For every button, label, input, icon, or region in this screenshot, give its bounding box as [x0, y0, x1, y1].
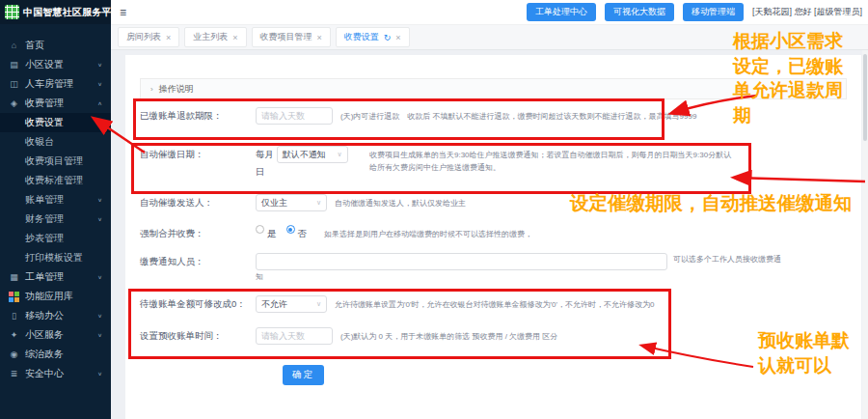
radio-yes[interactable] — [256, 225, 264, 234]
confirm-button[interactable]: 确定 — [283, 365, 324, 385]
chevron-down-icon: ∨ — [316, 300, 321, 308]
section-arrow-icon: › — [150, 85, 153, 94]
sidebar-item-fee-management[interactable]: ◈收费管理∧ — [0, 94, 111, 113]
settings-card: ›操作说明 已缴账单退款期限： (天)内可进行退款 收款后 不填默认不能进行退款… — [125, 55, 861, 419]
zero-modify-help: 允许待缴账单设置为'0'时，允许在收银台对待缴账单金额修改为'0'，不允许时，不… — [335, 295, 861, 311]
notify-staff-input[interactable] — [256, 253, 667, 270]
workorder-center-button[interactable]: 工单处理中心 — [527, 3, 596, 21]
people-icon: ◫ — [8, 79, 20, 89]
chevron-down-icon: ∨ — [97, 81, 102, 87]
zero-modify-label: 待缴账单金额可修改成0： — [140, 295, 256, 313]
topbar-right: 工单处理中心 可视化大数据 移动管理端 [天鹅花园] 您好 [超级管理员] — [527, 3, 868, 21]
fee-icon: ◈ — [8, 98, 20, 108]
chevron-down-icon: ∨ — [97, 332, 102, 338]
sidebar-item-cashier[interactable]: 收银台 — [0, 132, 111, 152]
tab-fee-project-management[interactable]: 收费项目管理× — [252, 27, 331, 47]
vertical-scrollbar[interactable] — [862, 50, 868, 419]
remind-sender-select[interactable]: 仅业主∨ — [256, 194, 327, 211]
chevron-down-icon: ∨ — [97, 216, 102, 222]
refund-period-label: 已缴账单退款期限： — [140, 107, 256, 125]
chevron-down-icon: ∨ — [97, 197, 102, 203]
sidebar-item-finance-management[interactable]: 财务管理∨ — [0, 210, 111, 229]
advance-bill-help: (天)默认为 0 天，用于未缴账单的筛选 预收费用 / 欠缴费用 区分 — [340, 327, 861, 343]
content-area: ›操作说明 已缴账单退款期限： (天)内可进行退款 收款后 不填默认不能进行退款… — [111, 50, 868, 419]
topbar: ≡ 工单处理中心 可视化大数据 移动管理端 [天鹅花园] 您好 [超级管理员] — [111, 0, 868, 25]
force-merge-row: 强制合并收费： 是 否 如果选择是则用户在移动端缴费的时候不可以选择性的缴费， — [140, 225, 861, 242]
sidebar-item-fee-settings[interactable]: 收费设置 — [0, 113, 111, 132]
sidebar-item-workorder-management[interactable]: ▦工单管理∨ — [0, 267, 111, 287]
mobile-icon: ▯ — [8, 311, 20, 321]
close-icon[interactable]: × — [317, 33, 322, 42]
mobile-admin-button[interactable]: 移动管理端 — [683, 3, 744, 21]
chevron-down-icon: ∨ — [97, 62, 102, 68]
app-logo: 中国智慧社区服务平台 — [0, 0, 111, 24]
chevron-down-icon: ∨ — [97, 274, 102, 280]
home-icon: ⌂ — [8, 41, 20, 50]
advance-bill-label: 设置预收账单时间： — [140, 327, 256, 345]
big-data-visualization-button[interactable]: 可视化大数据 — [605, 3, 674, 21]
tab-owner-list[interactable]: 业主列表× — [184, 27, 246, 47]
sidebar-item-community-settings[interactable]: ▤小区设置∨ — [0, 55, 111, 74]
logo-icon — [5, 5, 19, 19]
tab-bar: 房间列表× 业主列表× 收费项目管理× 收费设置↻× — [111, 25, 868, 50]
gov-icon: ◉ — [8, 349, 20, 359]
sidebar-item-mobile-office[interactable]: ▯移动办公∨ — [0, 306, 111, 325]
remind-sender-label: 自动催缴发送人： — [140, 194, 256, 211]
logo-text: 中国智慧社区服务平台 — [23, 6, 122, 19]
notify-staff-label: 缴费通知人员： — [140, 253, 256, 270]
close-icon[interactable]: × — [232, 33, 237, 42]
refund-period-row: 已缴账单退款期限： (天)内可进行退款 收款后 不填默认不能进行退款，缴费时间超… — [140, 107, 861, 125]
sidebar-nav: ⌂首页 ▤小区设置∨ ◫人车房管理∨ ◈收费管理∧ 收费设置 收银台 收费项目管… — [0, 24, 111, 383]
close-icon[interactable]: × — [395, 33, 400, 42]
user-info[interactable]: [天鹅花园] 您好 [超级管理员] — [752, 6, 862, 18]
refund-period-input[interactable] — [256, 107, 333, 125]
sidebar-item-community-service[interactable]: ✦小区服务∨ — [0, 325, 111, 345]
advance-bill-row: 设置预收账单时间： (天)默认为 0 天，用于未缴账单的筛选 预收费用 / 欠缴… — [140, 327, 861, 345]
remind-date-suffix: 日 — [256, 165, 362, 178]
community-icon: ▤ — [8, 60, 20, 70]
sidebar-item-home[interactable]: ⌂首页 — [0, 36, 111, 55]
zero-modify-row: 待缴账单金额可修改成0： 不允许∨ 允许待缴账单设置为'0'时，允许在收银台对待… — [140, 295, 861, 313]
sidebar-item-security-center[interactable]: ≣安全中心∨ — [0, 364, 111, 383]
remind-date-prefix: 每月 — [256, 149, 274, 159]
sidebar-item-people-vehicle-house[interactable]: ◫人车房管理∨ — [0, 74, 111, 94]
radio-no-label[interactable]: 否 — [298, 225, 308, 242]
sidebar-item-print-template[interactable]: 打印模板设置 — [0, 248, 111, 267]
chevron-down-icon: ∨ — [316, 199, 321, 207]
zero-modify-select[interactable]: 不允许∨ — [256, 295, 327, 313]
workorder-icon: ▦ — [8, 272, 20, 282]
remind-sender-row: 自动催缴发送人： 仅业主∨ 自动催缴通知发送人，默认仅发给业主 — [140, 194, 861, 211]
apps-icon — [9, 292, 19, 302]
sidebar-item-meter-reading[interactable]: 抄表管理 — [0, 229, 111, 248]
remind-date-label: 自动催缴日期： — [140, 146, 256, 163]
notify-staff-row: 缴费通知人员： 可以选多个工作人员接收缴费通知 — [140, 253, 861, 283]
sidebar: 中国智慧社区服务平台 ⌂首页 ▤小区设置∨ ◫人车房管理∨ ◈收费管理∧ 收费设… — [0, 0, 111, 419]
advance-bill-input[interactable] — [256, 327, 333, 345]
scrollbar-thumb[interactable] — [863, 54, 867, 141]
sidebar-item-app-library[interactable]: 功能应用库 — [0, 287, 111, 306]
chevron-down-icon: ∨ — [97, 371, 102, 377]
refund-period-help: (天)内可进行退款 收款后 不填默认不能进行退款，缴费时间超过该天数则不能进行退… — [340, 107, 861, 123]
sidebar-item-governance[interactable]: ◉综治政务 — [0, 345, 111, 364]
tab-room-list[interactable]: 房间列表× — [118, 27, 179, 47]
radio-yes-label[interactable]: 是 — [267, 225, 277, 242]
force-merge-help: 如果选择是则用户在移动端缴费的时候不可以选择性的缴费， — [324, 225, 861, 240]
remind-date-controls: 每月 默认不通知∨ 日 — [256, 146, 362, 178]
sidebar-item-fee-standard-management[interactable]: 收费标准管理 — [0, 171, 111, 190]
tab-fee-settings[interactable]: 收费设置↻× — [336, 27, 410, 47]
remind-sender-help: 自动催缴通知发送人，默认仅发给业主 — [335, 194, 861, 210]
remind-date-row: 自动催缴日期： 每月 默认不通知∨ 日 收费项目生成账单的当天9:30给住户推送… — [140, 146, 861, 178]
close-icon[interactable]: × — [166, 33, 171, 42]
instructions-collapse[interactable]: ›操作说明 — [140, 78, 847, 99]
notify-staff-block: 可以选多个工作人员接收缴费通知 — [256, 253, 781, 283]
sidebar-item-bill-management[interactable]: 账单管理∨ — [0, 190, 111, 210]
remind-date-help: 收费项目生成账单的当天9:30给住户推送缴费通知；若设置自动催缴日期后，则每月的… — [369, 146, 738, 174]
sidebar-item-fee-project-management[interactable]: 收费项目管理 — [0, 152, 111, 171]
remind-date-select[interactable]: 默认不通知∨ — [277, 146, 348, 163]
radio-no[interactable] — [286, 225, 295, 234]
refresh-icon[interactable]: ↻ — [384, 33, 392, 42]
force-merge-label: 强制合并收费： — [140, 225, 256, 242]
service-icon: ✦ — [8, 330, 20, 340]
chevron-down-icon: ∨ — [338, 146, 342, 163]
security-icon: ≣ — [8, 369, 20, 378]
